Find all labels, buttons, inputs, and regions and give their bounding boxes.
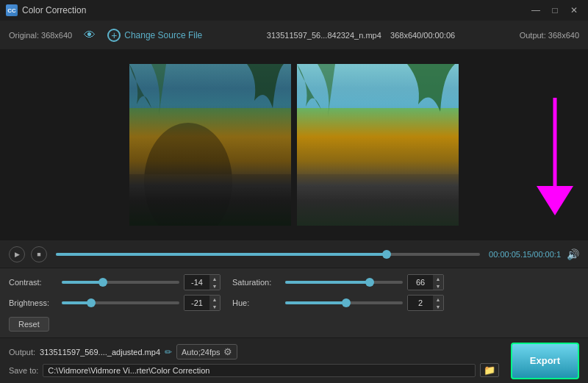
controls-area: Contrast: -14 ▲ ▼ Saturation: 66 ▲: [0, 268, 588, 337]
brightness-slider[interactable]: [62, 301, 179, 304]
export-button[interactable]: Export: [511, 343, 579, 379]
bottom-left: Output: 313511597_569...._adjusted.mp4 ✏…: [9, 338, 499, 383]
arrow-svg: [529, 90, 581, 215]
output-row-label: Output:: [9, 348, 35, 357]
right-trees: [297, 64, 459, 137]
saveto-label: Save to:: [9, 366, 38, 375]
time-display: 00:00:05.15/00:00:1: [489, 250, 561, 259]
play-button[interactable]: ▶: [9, 246, 25, 262]
saturation-value: 66: [408, 275, 433, 290]
brightness-thumb[interactable]: [87, 298, 96, 307]
saturation-up-arrow[interactable]: ▲: [433, 275, 443, 282]
close-button[interactable]: ✕: [566, 4, 582, 17]
change-source-button[interactable]: + Change Source File: [107, 29, 202, 42]
change-source-label: Change Source File: [124, 30, 202, 40]
file-meta: 368x640/00:00:06: [390, 31, 455, 40]
contrast-down-arrow[interactable]: ▼: [209, 282, 220, 290]
contrast-value: -14: [184, 275, 209, 290]
saturation-value-box[interactable]: 66 ▲ ▼: [407, 274, 444, 290]
output-settings-label: Auto;24fps: [182, 348, 220, 357]
contrast-slider[interactable]: [62, 281, 179, 284]
output-settings-button[interactable]: Auto;24fps ⚙: [176, 344, 237, 359]
header-bar: Original: 368x640 👁 + Change Source File…: [0, 21, 588, 50]
hue-thumb[interactable]: [342, 298, 351, 307]
contrast-label: Contrast:: [9, 278, 62, 287]
original-label: Original: 368x640: [9, 31, 72, 40]
file-name: 313511597_56...842324_n.mp4: [267, 31, 381, 40]
timeline-bar: ▶ ■ 00:00:05.15/00:00:1 🔊: [0, 240, 588, 268]
stop-button[interactable]: ■: [31, 246, 47, 262]
brightness-value-box[interactable]: -21 ▲ ▼: [184, 295, 220, 311]
svg-rect-2: [297, 174, 459, 226]
output-label: Output: 368x640: [520, 31, 579, 40]
seek-fill: [56, 253, 387, 256]
hue-fill: [285, 301, 346, 304]
contrast-up-arrow[interactable]: ▲: [209, 275, 220, 282]
seek-thumb[interactable]: [382, 250, 391, 259]
brightness-arrows: ▲ ▼: [209, 296, 220, 310]
svg-rect-1: [129, 174, 291, 226]
eye-icon[interactable]: 👁: [84, 29, 96, 42]
gear-icon: ⚙: [223, 346, 232, 357]
preview-area: [0, 50, 588, 240]
app-title: Color Correction: [22, 5, 86, 15]
add-icon: +: [107, 29, 121, 42]
hue-slider[interactable]: [285, 301, 403, 304]
bottom-actions: Output: 313511597_569...._adjusted.mp4 ✏…: [9, 338, 579, 383]
bottom-bar: Output: 313511597_569...._adjusted.mp4 ✏…: [0, 337, 588, 383]
maximize-button[interactable]: □: [547, 4, 563, 17]
edit-icon[interactable]: ✏: [165, 347, 172, 357]
saturation-fill: [285, 281, 370, 284]
hue-value-box[interactable]: 2 ▲ ▼: [407, 295, 444, 311]
left-video-panel: [129, 64, 291, 226]
contrast-thumb[interactable]: [98, 278, 107, 287]
folder-button[interactable]: 📁: [480, 363, 499, 377]
contrast-fill: [62, 281, 103, 284]
titlebar-controls: — □ ✕: [528, 4, 582, 17]
contrast-value-box[interactable]: -14 ▲ ▼: [184, 274, 220, 290]
contrast-arrows: ▲ ▼: [209, 275, 220, 290]
titlebar: CC Color Correction — □ ✕: [0, 0, 588, 21]
brightness-row: Brightness: -21 ▲ ▼ Hue: 2 ▲: [9, 295, 579, 311]
hue-label: Hue:: [232, 298, 285, 307]
hue-down-arrow[interactable]: ▼: [433, 303, 443, 310]
right-video-thumb: [297, 64, 459, 226]
time-total: 00:00:1: [534, 250, 561, 259]
left-video-thumb: [129, 64, 291, 226]
titlebar-left: CC Color Correction: [6, 4, 86, 16]
saturation-label: Saturation:: [232, 278, 285, 287]
svg-marker-4: [537, 186, 573, 215]
contrast-row: Contrast: -14 ▲ ▼ Saturation: 66 ▲: [9, 274, 579, 290]
output-row: Output: 313511597_569...._adjusted.mp4 ✏…: [9, 344, 499, 359]
brightness-down-arrow[interactable]: ▼: [209, 303, 220, 310]
saturation-slider[interactable]: [285, 281, 403, 284]
saveto-path[interactable]: C:\Vidmore\Vidmore Vi...rter\Color Corre…: [43, 364, 475, 377]
saturation-thumb[interactable]: [365, 278, 374, 287]
saturation-down-arrow[interactable]: ▼: [433, 282, 443, 290]
minimize-button[interactable]: —: [528, 4, 544, 17]
main-content: ▶ ■ 00:00:05.15/00:00:1 🔊 Contrast: -14 …: [0, 50, 588, 383]
hue-arrows: ▲ ▼: [433, 296, 443, 310]
seek-track[interactable]: [56, 253, 480, 256]
app-icon: CC: [6, 4, 18, 16]
arrow-annotation: [529, 90, 581, 215]
hue-value: 2: [408, 296, 433, 310]
volume-icon[interactable]: 🔊: [567, 248, 579, 260]
hue-up-arrow[interactable]: ▲: [433, 296, 443, 303]
output-filename: 313511597_569...._adjusted.mp4: [40, 348, 160, 357]
saveto-row: Save to: C:\Vidmore\Vidmore Vi...rter\Co…: [9, 363, 499, 377]
brightness-up-arrow[interactable]: ▲: [209, 296, 220, 303]
time-current: 00:00:05.15: [489, 250, 531, 259]
saturation-arrows: ▲ ▼: [433, 275, 443, 290]
reset-button[interactable]: Reset: [9, 317, 49, 332]
right-video-panel: [297, 64, 459, 226]
file-info: 313511597_56...842324_n.mp4 368x640/00:0…: [214, 31, 507, 40]
left-trees: [129, 64, 291, 137]
brightness-label: Brightness:: [9, 298, 62, 307]
brightness-value: -21: [184, 296, 209, 310]
